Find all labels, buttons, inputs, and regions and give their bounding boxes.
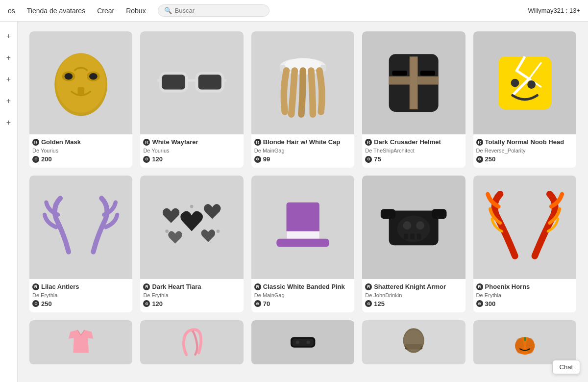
item-card-pumpkin[interactable] [473,320,576,364]
svg-point-34 [403,222,412,230]
nav-create[interactable]: Crear [97,7,114,15]
item-card-pink-shirt[interactable] [29,320,132,364]
item-info-dark-heart: R Dark Heart Tiara De Erythia ⊙ 120 [140,279,243,312]
item-creator-blonde-hair: De MainGag [254,148,351,153]
item-info-classic-pink: R Classic White Banded Pink De MainGag ⊙… [251,279,354,312]
items-grid: R Golden Mask De Yourius ⊙ 200 [29,31,576,364]
svg-point-26 [190,205,194,208]
item-info-blonde-hair: R Blonde Hair w/ White Cap De MainGag ⊙ … [251,134,354,168]
item-price-shattered: ⊙ 125 [365,300,462,307]
item-image-golden-mask [29,31,132,134]
item-price-classic-pink: ⊙ 70 [254,300,351,307]
robux-coin: ⊙ [476,156,483,163]
nav-robux[interactable]: Robux [126,7,146,15]
item-creator-phoenix-horns: De Erythia [476,292,573,298]
item-price-white-wayfarer: ⊙ 120 [143,155,240,163]
item-info-noob-head: R Totally Normal Noob Head De Reverse_Po… [473,134,576,168]
item-name-lilac-antlers: R Lilac Antlers [32,283,129,291]
item-card-noob-head[interactable]: R Totally Normal Noob Head De Reverse_Po… [473,31,576,168]
item-card-shattered[interactable]: R Shattered Knight Armor De JohnDrinkin … [362,176,465,312]
chat-button[interactable]: Chat [552,360,580,374]
svg-point-47 [404,330,423,351]
item-image-dark-heart [140,176,243,279]
search-bar: 🔍 [158,4,270,17]
robux-icon: R [476,139,483,146]
item-card-golden-mask[interactable]: R Golden Mask De Yourius ⊙ 200 [29,31,132,168]
item-price-noob-head: ⊙ 250 [476,155,573,163]
item-card-pink-hair[interactable] [140,320,243,364]
item-image-dark-crusader [362,31,465,134]
svg-rect-38 [417,234,421,240]
item-image-helmet2 [362,320,465,364]
item-info-phoenix-horns: R Phoenix Horns De Erythia ⊙ 300 [473,279,576,312]
sidebar-icon-5[interactable]: + [4,118,14,127]
robux-icon: R [143,283,150,290]
item-card-helmet2[interactable] [362,320,465,364]
sidebar-icon-4[interactable]: + [4,96,14,106]
svg-rect-42 [292,338,313,345]
robux-coin: ⊙ [32,300,39,307]
nav-avatar-shop[interactable]: Tienda de avatares [27,7,85,15]
robux-coin: ⊙ [143,156,150,163]
robux-icon: R [143,139,150,146]
robux-coin: ⊙ [365,156,372,163]
item-creator-white-wayfarer: De Yourius [143,148,240,153]
item-name-classic-pink: R Classic White Banded Pink [254,283,351,291]
item-image-pink-shirt [29,320,132,364]
item-card-white-wayfarer[interactable]: R White Wayfarer De Yourius ⊙ 120 [140,31,243,168]
robux-coin: ⊙ [476,300,483,307]
sidebar-icon-3[interactable]: + [4,75,14,84]
item-card-dark-heart[interactable]: R Dark Heart Tiara De Erythia ⊙ 120 [140,176,243,312]
item-image-phoenix-horns [473,176,576,279]
item-price-lilac-antlers: ⊙ 250 [32,300,129,307]
svg-point-4 [65,73,73,79]
item-name-dark-crusader: R Dark Crusader Helmet [365,138,462,147]
main-content: R Golden Mask De Yourius ⊙ 200 [18,22,588,382]
sidebar-icon-2[interactable]: + [4,53,14,63]
item-info-shattered: R Shattered Knight Armor De JohnDrinkin … [362,279,465,312]
svg-point-5 [89,73,98,79]
item-image-lilac-antlers [29,176,132,279]
item-card-lilac-antlers[interactable]: R Lilac Antlers De Erythia ⊙ 250 [29,176,132,312]
item-creator-dark-crusader: De TheShipArchitect [365,148,462,153]
svg-rect-12 [162,75,185,89]
svg-point-1 [56,53,106,113]
item-image-pumpkin [473,320,576,364]
item-card-dark-crusader[interactable]: R Dark Crusader Helmet De TheShipArchite… [362,31,465,168]
item-card-black-item[interactable] [251,320,354,364]
robux-coin: ⊙ [254,156,261,163]
robux-icon: R [365,139,372,146]
svg-rect-13 [198,75,221,89]
item-card-phoenix-horns[interactable]: R Phoenix Horns De Erythia ⊙ 300 [473,176,576,312]
nav-games[interactable]: os [8,7,15,15]
item-creator-golden-mask: De Yourius [32,148,129,153]
item-image-blonde-hair [251,31,354,134]
item-price-blonde-hair: ⊙ 99 [254,155,351,163]
svg-rect-21 [392,71,407,76]
item-price-phoenix-horns: ⊙ 300 [476,300,573,307]
item-info-golden-mask: R Golden Mask De Yourius ⊙ 200 [29,134,132,168]
item-image-classic-pink [251,176,354,279]
item-price-dark-crusader: ⊙ 75 [365,155,462,163]
robux-icon: R [254,139,261,146]
svg-rect-39 [381,209,395,219]
robux-coin: ⊙ [254,300,261,307]
svg-point-50 [526,338,534,354]
sidebar-icon-1[interactable]: + [4,31,14,41]
item-card-blonde-hair[interactable]: R Blonde Hair w/ White Cap De MainGag ⊙ … [251,31,354,168]
search-input[interactable] [175,7,263,14]
item-creator-lilac-antlers: De Erythia [32,292,129,298]
svg-rect-37 [411,234,415,240]
item-name-golden-mask: R Golden Mask [32,138,129,147]
item-card-classic-pink[interactable]: R Classic White Banded Pink De MainGag ⊙… [251,176,354,312]
robux-icon: R [476,283,483,290]
item-info-dark-crusader: R Dark Crusader Helmet De TheShipArchite… [362,134,465,168]
robux-icon: R [365,283,372,290]
robux-coin: ⊙ [32,156,39,163]
robux-coin: ⊙ [143,300,150,307]
svg-rect-40 [432,209,446,219]
svg-rect-22 [420,71,435,76]
item-price-golden-mask: ⊙ 200 [32,155,129,163]
svg-point-28 [217,230,220,233]
item-image-pink-hair [140,320,243,364]
